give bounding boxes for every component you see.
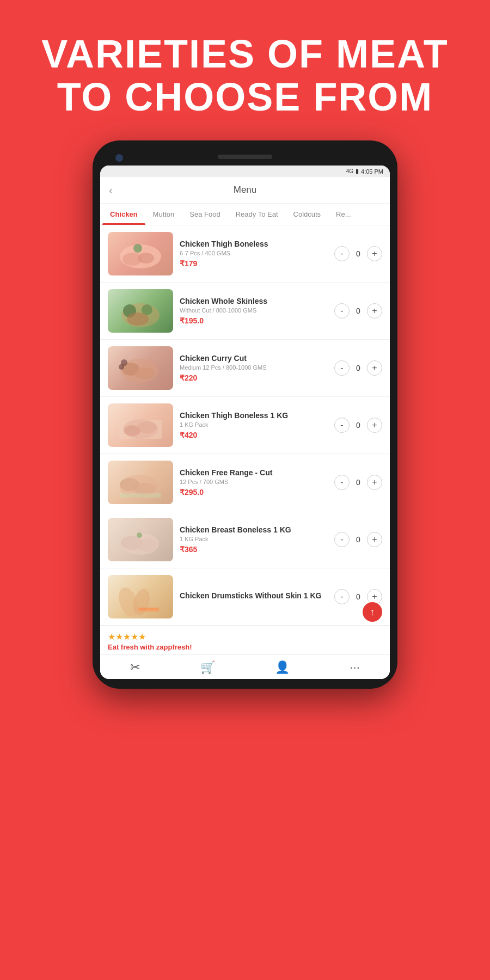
phone-screen: 4G ▮ 4:05 PM ‹ Menu Chicken Mutton Sea F… [100, 166, 390, 679]
tab-seafood[interactable]: Sea Food [182, 204, 228, 225]
qty-minus-2[interactable]: - [334, 360, 350, 376]
hero-line1: VARIETIES OF MEAT [41, 32, 448, 76]
svg-point-3 [133, 244, 142, 253]
product-image-1 [108, 289, 173, 333]
product-name-1: Chicken Whole Skinless [180, 297, 328, 305]
svg-point-16 [137, 421, 157, 433]
qty-plus-5[interactable]: + [367, 532, 382, 547]
qty-minus-1[interactable]: - [334, 303, 350, 318]
product-desc-2: Medium 12 Pcs / 800-1000 GMS [180, 364, 328, 371]
tab-mutton[interactable]: Mutton [145, 204, 182, 225]
tab-coldcuts[interactable]: Coldcuts [286, 204, 329, 225]
tab-more[interactable]: Re... [328, 204, 358, 225]
product-info-0: Chicken Thigh Boneless 6-7 Pcs / 400 GMS… [180, 240, 328, 268]
product-info-1: Chicken Whole Skinless Without Cut / 800… [180, 297, 328, 325]
category-tabs: Chicken Mutton Sea Food Ready To Eat Col… [100, 204, 390, 225]
product-desc-1: Without Cut / 800-1000 GMS [180, 307, 328, 314]
phone-top-bar [100, 150, 390, 166]
battery-icon: ▮ [356, 168, 359, 175]
product-price-5: ₹365 [180, 545, 328, 554]
hero-title: VARIETIES OF MEAT TO CHOOSE FROM [33, 33, 457, 119]
hero-line2: TO CHOOSE FROM [57, 75, 433, 119]
product-image-3 [108, 403, 173, 447]
product-image-2 [108, 346, 173, 390]
nav-profile-icon[interactable]: 👤 [275, 660, 290, 675]
qty-minus-6[interactable]: - [334, 589, 350, 604]
network-icon: 4G [346, 168, 353, 174]
product-info-2: Chicken Curry Cut Medium 12 Pcs / 800-10… [180, 354, 328, 382]
product-info-4: Chicken Free Range - Cut 12 Pcs / 700 GM… [180, 468, 328, 497]
nav-more-icon[interactable]: ··· [350, 660, 359, 675]
quantity-control-5: - 0 + [334, 532, 382, 547]
status-icons: 4G ▮ 4:05 PM [346, 168, 383, 175]
product-name-6: Chicken Drumsticks Without Skin 1 KG [180, 591, 328, 600]
qty-minus-0[interactable]: - [334, 246, 350, 261]
tab-readytoeat[interactable]: Ready To Eat [228, 204, 286, 225]
product-item-0: Chicken Thigh Boneless 6-7 Pcs / 400 GMS… [100, 225, 390, 283]
status-bar: 4G ▮ 4:05 PM [100, 166, 390, 177]
qty-value-2: 0 [354, 364, 363, 372]
qty-value-0: 0 [354, 249, 363, 258]
svg-point-2 [138, 253, 154, 264]
bottom-nav: ✂ 🛒 👤 ··· [100, 654, 390, 679]
qty-minus-3[interactable]: - [334, 418, 350, 433]
qty-value-5: 0 [354, 535, 363, 544]
back-button[interactable]: ‹ [109, 184, 113, 197]
svg-point-19 [134, 483, 156, 495]
product-info-5: Chicken Breast Boneless 1 KG 1 KG Pack ₹… [180, 525, 328, 554]
product-item-1: Chicken Whole Skinless Without Cut / 800… [100, 283, 390, 340]
product-desc-5: 1 KG Pack [180, 536, 328, 542]
product-desc-4: 12 Pcs / 700 GMS [180, 479, 328, 485]
qty-plus-0[interactable]: + [367, 246, 382, 261]
time-display: 4:05 PM [361, 168, 383, 175]
nav-food-icon[interactable]: ✂ [130, 660, 140, 675]
phone-speaker [218, 155, 272, 159]
quantity-control-3: - 0 + [334, 418, 382, 433]
qty-minus-5[interactable]: - [334, 532, 350, 547]
product-item-3: Chicken Thigh Boneless 1 KG 1 KG Pack ₹4… [100, 397, 390, 454]
product-price-2: ₹220 [180, 373, 328, 382]
quantity-control-4: - 0 + [334, 475, 382, 490]
quantity-control-2: - 0 + [334, 360, 382, 376]
promo-stars: ★★★★★ [108, 632, 382, 642]
svg-point-24 [137, 532, 142, 538]
qty-plus-2[interactable]: + [367, 360, 382, 376]
product-image-4 [108, 461, 173, 504]
product-price-1: ₹195.0 [180, 316, 328, 325]
svg-rect-20 [120, 493, 161, 498]
bottom-promo: ★★★★★ Eat fresh with zappfresh! ↑ [100, 626, 390, 654]
qty-plus-4[interactable]: + [367, 475, 382, 490]
product-desc-3: 1 KG Pack [180, 421, 328, 428]
product-price-0: ₹179 [180, 259, 328, 268]
tab-chicken[interactable]: Chicken [102, 204, 145, 225]
product-item-2: Chicken Curry Cut Medium 12 Pcs / 800-10… [100, 340, 390, 397]
svg-point-10 [135, 367, 155, 379]
hero-section: VARIETIES OF MEAT TO CHOOSE FROM [0, 0, 490, 140]
product-image-0 [108, 232, 173, 275]
product-item-5: Chicken Breast Boneless 1 KG 1 KG Pack ₹… [100, 511, 390, 568]
promo-text: Eat fresh with zappfresh! [108, 643, 382, 651]
phone-frame: 4G ▮ 4:05 PM ‹ Menu Chicken Mutton Sea F… [93, 140, 397, 689]
product-image-5 [108, 518, 173, 561]
qty-plus-3[interactable]: + [367, 418, 382, 433]
phone-camera [115, 154, 123, 162]
quantity-control-0: - 0 + [334, 246, 382, 261]
product-item-6: Chicken Drumsticks Without Skin 1 KG - 0… [100, 568, 390, 626]
product-list: Chicken Thigh Boneless 6-7 Pcs / 400 GMS… [100, 225, 390, 626]
product-name-3: Chicken Thigh Boneless 1 KG [180, 411, 328, 420]
quantity-control-1: - 0 + [334, 303, 382, 318]
qty-plus-1[interactable]: + [367, 303, 382, 318]
svg-point-7 [127, 313, 149, 326]
product-item-4: Chicken Free Range - Cut 12 Pcs / 700 GM… [100, 454, 390, 511]
product-image-6 [108, 575, 173, 618]
product-name-4: Chicken Free Range - Cut [180, 468, 328, 477]
phone-wrapper: 4G ▮ 4:05 PM ‹ Menu Chicken Mutton Sea F… [0, 140, 490, 710]
qty-value-4: 0 [354, 478, 363, 487]
product-info-3: Chicken Thigh Boneless 1 KG 1 KG Pack ₹4… [180, 411, 328, 439]
qty-minus-4[interactable]: - [334, 475, 350, 490]
product-name-2: Chicken Curry Cut [180, 354, 328, 363]
product-info-6: Chicken Drumsticks Without Skin 1 KG [180, 591, 328, 603]
nav-cart-icon[interactable]: 🛒 [200, 660, 215, 675]
product-desc-0: 6-7 Pcs / 400 GMS [180, 250, 328, 256]
qty-value-3: 0 [354, 421, 363, 430]
